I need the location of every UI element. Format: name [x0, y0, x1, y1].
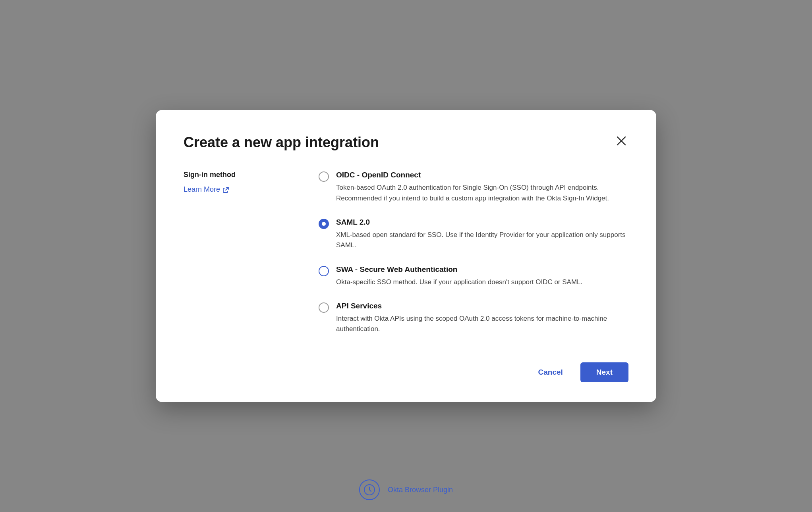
option-oidc[interactable]: OIDC - OpenID Connect Token-based OAuth … — [319, 171, 628, 204]
okta-plugin-icon — [363, 484, 375, 496]
option-api-desc: Interact with Okta APIs using the scoped… — [336, 314, 628, 335]
sign-in-method-label: Sign-in method — [184, 171, 295, 179]
close-icon — [616, 135, 627, 146]
option-oidc-content: OIDC - OpenID Connect Token-based OAuth … — [336, 171, 628, 204]
option-saml-title: SAML 2.0 — [336, 218, 628, 227]
option-swa[interactable]: SWA - Secure Web Authentication Okta-spe… — [319, 265, 628, 287]
option-api[interactable]: API Services Interact with Okta APIs usi… — [319, 302, 628, 335]
left-panel: Sign-in method Learn More — [184, 171, 295, 334]
cancel-button[interactable]: Cancel — [530, 363, 571, 381]
option-api-content: API Services Interact with Okta APIs usi… — [336, 302, 628, 335]
close-button[interactable] — [614, 134, 628, 150]
option-api-title: API Services — [336, 302, 628, 310]
learn-more-text: Learn More — [184, 185, 220, 194]
option-swa-desc: Okta-specific SSO method. Use if your ap… — [336, 277, 628, 287]
option-oidc-desc: Token-based OAuth 2.0 authentication for… — [336, 183, 628, 204]
radio-swa[interactable] — [319, 266, 329, 276]
options-panel: OIDC - OpenID Connect Token-based OAuth … — [319, 171, 628, 334]
plugin-icon — [359, 479, 380, 500]
option-saml-content: SAML 2.0 XML-based open standard for SSO… — [336, 218, 628, 251]
option-saml[interactable]: SAML 2.0 XML-based open standard for SSO… — [319, 218, 628, 251]
external-link-icon — [222, 186, 230, 193]
modal-footer: Cancel Next — [184, 354, 628, 382]
next-button[interactable]: Next — [580, 362, 628, 382]
radio-oidc[interactable] — [319, 171, 329, 182]
modal-header: Create a new app integration — [184, 134, 628, 151]
radio-saml[interactable] — [319, 219, 329, 229]
bottom-bar: Okta Browser Plugin — [359, 479, 453, 500]
modal-title: Create a new app integration — [184, 134, 379, 151]
option-oidc-title: OIDC - OpenID Connect — [336, 171, 628, 179]
option-swa-title: SWA - Secure Web Authentication — [336, 265, 628, 274]
option-saml-desc: XML-based open standard for SSO. Use if … — [336, 230, 628, 251]
modal-dialog: Create a new app integration Sign-in met… — [156, 110, 656, 402]
learn-more-link[interactable]: Learn More — [184, 185, 230, 194]
modal-body: Sign-in method Learn More OIDC - OpenID … — [184, 171, 628, 334]
option-swa-content: SWA - Secure Web Authentication Okta-spe… — [336, 265, 628, 287]
radio-api[interactable] — [319, 302, 329, 313]
plugin-text: Okta Browser Plugin — [388, 486, 453, 494]
